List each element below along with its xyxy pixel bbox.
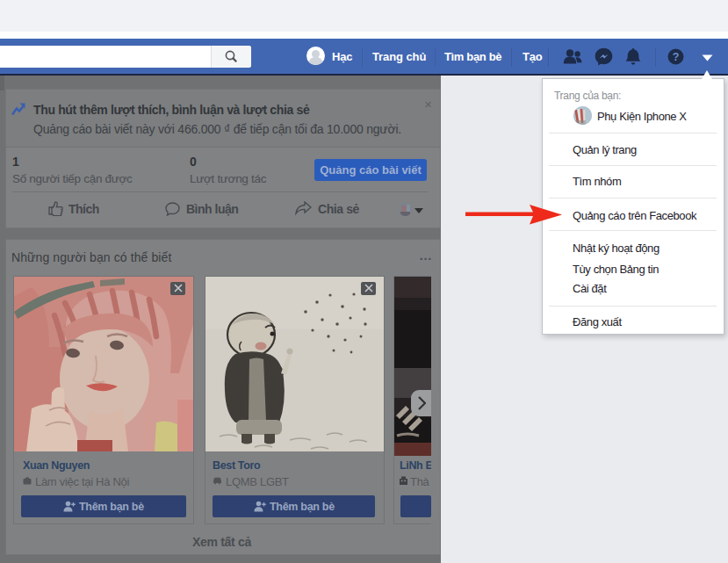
svg-text:?: ? [673, 51, 680, 63]
